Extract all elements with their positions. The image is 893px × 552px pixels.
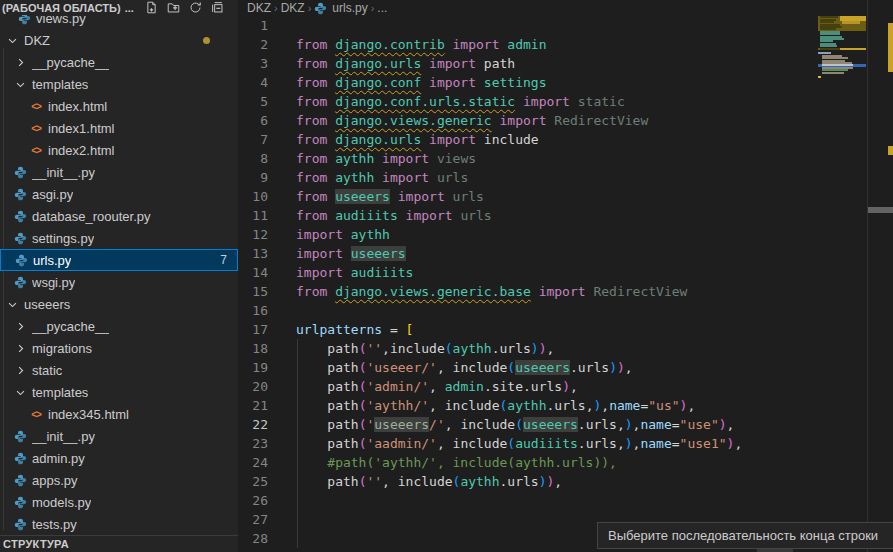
tree-file-index1-html[interactable]: <>index1.html [0,117,238,139]
code-line-26[interactable]: 26 [238,491,818,510]
new-file-icon[interactable] [144,0,159,15]
code-line-3[interactable]: 3from django.urls import path [238,54,818,73]
collapse-all-icon[interactable] [210,0,225,15]
code-line-23[interactable]: 23 path('aadmin/', include(audiiits.urls… [238,434,818,453]
tree-file-apps-py[interactable]: apps.py [0,469,238,491]
tree-file-settings-py[interactable]: settings.py [0,227,238,249]
tree-item-label: index1.html [48,121,114,136]
tree-file-index-html[interactable]: <>index.html [0,95,238,117]
problems-badge: 7 [220,253,227,267]
ruler-mark [888,23,893,72]
code-line-15[interactable]: 15from django.views.generic.base import … [238,282,818,301]
minimap-line [818,76,821,78]
tree-file--init-py[interactable]: __init__.py [0,425,238,447]
tree-file-models-py[interactable]: models.py [0,491,238,513]
overview-ruler-scrollbar[interactable] [867,0,893,552]
tree-folder-useeers[interactable]: useeers [0,293,238,315]
code-line-4[interactable]: 4from django.conf import settings [238,73,818,92]
breadcrumb-item[interactable]: DKZ [247,1,271,15]
tree-file-tests-py[interactable]: tests.py [0,513,238,535]
code-line-12[interactable]: 12import aythh [238,225,818,244]
html-icon: <> [31,101,41,112]
chevron-right-icon [12,318,28,334]
line-number: 26 [238,491,296,510]
code-line-5[interactable]: 5from django.conf.urls.static import sta… [238,92,818,111]
code-line-18[interactable]: 18 path('',include(aythh.urls)), [238,339,818,358]
code-line-17[interactable]: 17urlpatterns = [ [238,320,818,339]
line-number: 11 [238,206,296,225]
python-icon [13,252,29,268]
code-line-20[interactable]: 20 path('admin/', admin.site.urls), [238,377,818,396]
ruler-mark [888,146,893,155]
line-number: 8 [238,149,296,168]
breadcrumb-item[interactable]: urls.py [332,1,367,15]
code-line-1[interactable]: 1 [238,16,818,35]
code-line-19[interactable]: 19 path('useeer/', include(useeers.urls)… [238,358,818,377]
code-line-11[interactable]: 11from audiiits import urls [238,206,818,225]
refresh-icon[interactable] [188,0,203,15]
code-line-22[interactable]: 22 path('useeers/', include(useeers.urls… [238,415,818,434]
tree-folder-static[interactable]: static [0,359,238,381]
minimap-line [840,48,866,50]
tree-item-label: database_roouter.py [32,209,151,224]
minimap-line [842,21,860,24]
tree-file-database-roouter-py[interactable]: database_roouter.py [0,205,238,227]
tree-file-index2-html[interactable]: <>index2.html [0,139,238,161]
tree-file-urls-py[interactable]: urls.py7 [0,249,238,271]
line-content: path('useeer/', include(useeers.urls)), [296,358,633,377]
line-number: 12 [238,225,296,244]
modified-dot-icon [203,37,210,44]
more-actions-icon[interactable]: ... [125,2,134,14]
tree-file-asgi-py[interactable]: asgi.py [0,183,238,205]
explorer-actions [144,0,225,15]
tree-folder-dkz[interactable]: DKZ [0,29,238,51]
code-line-7[interactable]: 7from django.urls import include [238,130,818,149]
code-line-2[interactable]: 2from django.contrib import admin [238,35,818,54]
new-folder-icon[interactable] [166,0,181,15]
code-line-25[interactable]: 25 path('', include(aythh.urls)), [238,472,818,491]
line-number: 4 [238,73,296,92]
outline-section-header[interactable]: СТРУКТУРА [0,535,238,552]
line-content: from django.views.generic.base import Re… [296,282,687,301]
code-line-13[interactable]: 13import useeers [238,244,818,263]
tree-item-label: __pycache__ [32,319,109,334]
html-icon: <> [31,145,41,156]
code-line-9[interactable]: 9from aythh import urls [238,168,818,187]
python-icon [12,494,28,510]
tree-file-wsgi-py[interactable]: wsgi.py [0,271,238,293]
line-number: 21 [238,396,296,415]
tree-folder-templates[interactable]: templates [0,73,238,95]
tree-item-label: settings.py [32,231,94,246]
code-line-8[interactable]: 8from aythh import views [238,149,818,168]
code-area[interactable]: 12from django.contrib import admin3from … [238,16,818,548]
python-icon [314,2,327,15]
python-icon [12,230,28,246]
code-line-21[interactable]: 21 path('aythh/', include(aythh.urls,),n… [238,396,818,415]
tree-item-label: urls.py [33,253,71,268]
chevron-down-icon [4,296,20,312]
tree-file-admin-py[interactable]: admin.py [0,447,238,469]
tree-folder--pycache-[interactable]: __pycache__ [0,315,238,337]
tree-file-index345-html[interactable]: <>index345.html [0,403,238,425]
line-content: from aythh import views [296,149,476,168]
code-line-16[interactable]: 16 [238,301,818,320]
tree-file--init-py[interactable]: __init__.py [0,161,238,183]
line-content: from django.contrib import admin [296,35,546,54]
code-line-14[interactable]: 14import audiiits [238,263,818,282]
tree-item-label: templates [32,77,88,92]
breadcrumb-item[interactable]: DKZ [281,1,305,15]
code-line-6[interactable]: 6from django.views.generic import Redire… [238,111,818,130]
minimap[interactable] [818,14,866,114]
line-number: 20 [238,377,296,396]
line-number: 5 [238,92,296,111]
line-content: path('admin/', admin.site.urls), [296,377,578,396]
breadcrumb: DKZ›DKZ›urls.py›... [238,0,893,16]
breadcrumb-item[interactable]: ... [377,1,387,15]
tree-folder-templates[interactable]: templates [0,381,238,403]
code-line-24[interactable]: 24 #path('aythh/', include(aythh.urls)), [238,453,818,472]
code-line-10[interactable]: 10from useeers import urls [238,187,818,206]
tree-folder--pycache-[interactable]: __pycache__ [0,51,238,73]
line-content: path('',include(aythh.urls)), [296,339,554,358]
line-number: 3 [238,54,296,73]
tree-folder-migrations[interactable]: migrations [0,337,238,359]
